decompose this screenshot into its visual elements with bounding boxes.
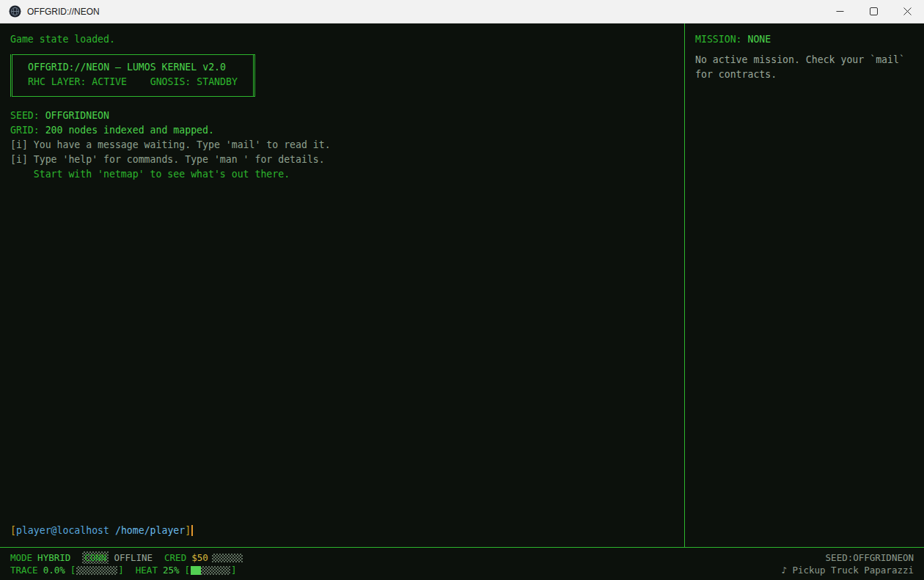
- command-prompt[interactable]: [player@localhost /home/player]: [10, 524, 674, 538]
- banner-title-line: OFFGRID://NEON — LUMOS KERNEL v2.0: [28, 60, 238, 75]
- text-cursor: [191, 525, 193, 536]
- mission-body: No active mission. Check your `mail` for…: [695, 53, 914, 82]
- close-button[interactable]: [890, 0, 924, 23]
- info-line-mail: [i] You have a message waiting. Type 'ma…: [10, 138, 674, 153]
- terminal-spacer: [10, 182, 674, 524]
- prompt-path: /home/player: [109, 525, 185, 536]
- statusbar: MODEHYBRIDCONNOFFLINECRED$50 TRACE0.0%[]…: [0, 547, 924, 580]
- window-controls: [823, 0, 924, 23]
- grid-label: GRID:: [10, 125, 40, 136]
- mission-panel: MISSION: NONE No active mission. Check y…: [685, 23, 924, 547]
- grid-line: GRID: 200 nodes indexed and mapped.: [10, 123, 674, 138]
- seed-value: OFFGRIDNEON: [40, 110, 109, 121]
- mission-value: NONE: [742, 34, 771, 45]
- mode-value: HYBRID: [37, 551, 70, 564]
- prompt-bracket-close: ]: [185, 525, 191, 536]
- cred-value: $50: [191, 551, 208, 564]
- hint-line: Start with 'netmap' to see what's out th…: [10, 167, 674, 182]
- minimize-button[interactable]: [823, 0, 857, 23]
- cred-label: CRED: [164, 551, 186, 564]
- seed-status: SEED:OFFGRIDNEON: [826, 551, 914, 564]
- prompt-user-host: player@localhost: [16, 525, 109, 536]
- mission-header: MISSION: NONE: [695, 32, 914, 47]
- app-window: OFFGRID://NEON Game state loaded. OFFGRI…: [0, 0, 924, 580]
- main-content: Game state loaded. OFFGRID://NEON — LUMO…: [0, 23, 924, 547]
- mode-label: MODE: [10, 551, 32, 564]
- heat-bar-close: ]: [231, 564, 237, 576]
- info-line-help: [i] Type 'help' for commands. Type 'man …: [10, 153, 674, 167]
- now-playing: ♪ Pickup Truck Paparazzi: [781, 564, 914, 576]
- trace-value: 0.0%: [43, 564, 65, 576]
- status-row-1: MODEHYBRIDCONNOFFLINECRED$50: [10, 551, 243, 564]
- kernel-banner-box: OFFGRID://NEON — LUMOS KERNEL v2.0 RHC L…: [10, 54, 255, 97]
- terminal-pane[interactable]: Game state loaded. OFFGRID://NEON — LUMO…: [0, 23, 685, 547]
- statusbar-right: SEED:OFFGRIDNEON ♪ Pickup Truck Paparazz…: [781, 551, 914, 577]
- mission-body-line2: for contracts.: [695, 67, 914, 82]
- heat-bar-fill: [191, 566, 201, 575]
- cred-bar: [212, 554, 243, 562]
- trace-bar-open: [: [70, 564, 76, 576]
- seed-line: SEED: OFFGRIDNEON: [10, 109, 674, 123]
- banner-status-line: RHC LAYER: ACTIVE GNOSIS: STANDBY: [28, 75, 238, 89]
- status-row-2: TRACE0.0%[]HEAT25%[]: [10, 564, 243, 576]
- heat-value: 25%: [163, 564, 180, 576]
- window-title: OFFGRID://NEON: [27, 7, 100, 17]
- maximize-button[interactable]: [857, 0, 890, 23]
- prompt-bracket-open: [: [10, 525, 16, 536]
- grid-value: 200 nodes indexed and mapped.: [40, 125, 214, 136]
- trace-bar-close: ]: [118, 564, 124, 576]
- statusbar-left: MODEHYBRIDCONNOFFLINECRED$50 TRACE0.0%[]…: [10, 551, 243, 577]
- titlebar[interactable]: OFFGRID://NEON: [0, 0, 924, 23]
- trace-bar: [76, 566, 117, 575]
- mission-label: MISSION:: [695, 34, 742, 45]
- heat-bar-open: [: [185, 564, 191, 576]
- heat-label: HEAT: [136, 564, 158, 576]
- conn-label: CONN: [82, 551, 109, 564]
- trace-label: TRACE: [10, 564, 38, 576]
- game-state-line: Game state loaded.: [10, 32, 674, 47]
- mission-body-line1: No active mission. Check your `mail`: [695, 53, 914, 67]
- seed-label: SEED:: [10, 110, 40, 121]
- heat-bar-empty: [201, 566, 230, 575]
- app-logo-icon: [9, 5, 21, 18]
- conn-value: OFFLINE: [114, 551, 153, 564]
